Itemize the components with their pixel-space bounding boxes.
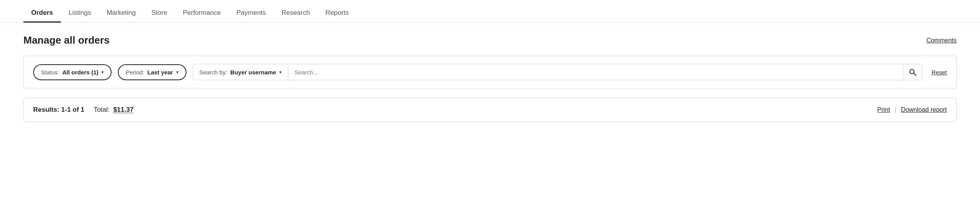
nav-item-research[interactable]: Research bbox=[274, 9, 318, 23]
search-input[interactable] bbox=[288, 65, 903, 79]
period-dropdown[interactable]: Period: Last year ▾ bbox=[118, 64, 186, 80]
results-info: Results: 1-1 of 1 Total: $11.37 bbox=[33, 106, 133, 114]
nav-item-store[interactable]: Store bbox=[144, 9, 175, 23]
filter-bar: Status: All orders (1) ▾ Period: Last ye… bbox=[23, 56, 957, 88]
nav-item-performance[interactable]: Performance bbox=[175, 9, 229, 23]
comments-link[interactable]: Comments bbox=[927, 37, 957, 44]
chevron-down-icon-search: ▾ bbox=[279, 70, 282, 75]
chevron-down-icon: ▾ bbox=[101, 70, 104, 75]
period-label: Period: bbox=[126, 69, 144, 76]
status-label: Status: bbox=[41, 69, 59, 76]
results-actions: Print | Download report bbox=[877, 106, 947, 113]
nav-item-orders[interactable]: Orders bbox=[23, 9, 61, 23]
period-value: Last year bbox=[147, 69, 173, 76]
nav-item-marketing[interactable]: Marketing bbox=[99, 9, 144, 23]
svg-line-1 bbox=[914, 73, 916, 76]
status-value: All orders (1) bbox=[62, 69, 99, 76]
search-icon bbox=[909, 68, 916, 76]
total-label-group: Total: $11.37 bbox=[94, 106, 133, 114]
search-by-value: Buyer username bbox=[230, 69, 276, 76]
results-count: Results: 1-1 of 1 bbox=[33, 106, 84, 114]
search-button[interactable] bbox=[903, 64, 922, 80]
main-navigation: Orders Listings Marketing Store Performa… bbox=[0, 0, 980, 23]
total-amount: $11.37 bbox=[113, 106, 133, 113]
print-link[interactable]: Print bbox=[877, 106, 890, 113]
search-by-label: Search by: bbox=[199, 69, 227, 76]
nav-item-listings[interactable]: Listings bbox=[61, 9, 99, 23]
page-title-row: Manage all orders Comments bbox=[23, 34, 957, 46]
chevron-down-icon-period: ▾ bbox=[176, 70, 179, 75]
nav-item-reports[interactable]: Reports bbox=[318, 9, 357, 23]
separator: | bbox=[895, 106, 896, 113]
page-title: Manage all orders bbox=[23, 34, 110, 46]
status-dropdown[interactable]: Status: All orders (1) ▾ bbox=[33, 64, 112, 80]
search-group: Search by: Buyer username ▾ bbox=[193, 64, 922, 80]
main-content: Manage all orders Comments Status: All o… bbox=[0, 23, 980, 122]
results-bar: Results: 1-1 of 1 Total: $11.37 Print | … bbox=[23, 98, 957, 122]
total-label: Total: bbox=[94, 106, 110, 113]
download-report-link[interactable]: Download report bbox=[901, 106, 947, 113]
reset-link[interactable]: Reset bbox=[932, 69, 947, 76]
nav-item-payments[interactable]: Payments bbox=[229, 9, 274, 23]
search-by-dropdown[interactable]: Search by: Buyer username ▾ bbox=[193, 65, 288, 79]
